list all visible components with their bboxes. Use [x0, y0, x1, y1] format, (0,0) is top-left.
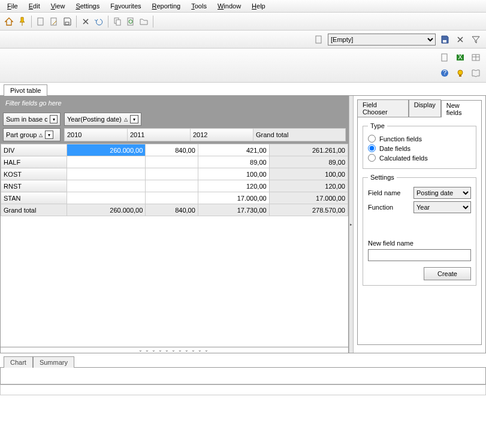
svg-rect-4	[116, 20, 120, 25]
side-panel: Field Chooser Display New fields Type Fu…	[354, 96, 485, 353]
pin-icon[interactable]	[16, 15, 29, 28]
menu-edit[interactable]: Edit	[24, 1, 45, 11]
menubar: File Edit View Settings Favourites Repor…	[0, 0, 486, 13]
col-header[interactable]: 2012	[191, 129, 253, 141]
main-toolbar	[0, 13, 486, 31]
side-tabs: Field Chooser Display New fields	[357, 99, 482, 117]
tab-chart[interactable]: Chart	[4, 356, 33, 368]
help-icon[interactable]: ?	[438, 66, 451, 80]
radio-function-fields[interactable]: Function fields	[368, 135, 471, 143]
table-row: HALF89,0089,00	[1, 156, 348, 168]
save-view-icon[interactable]	[438, 33, 451, 46]
edit-icon[interactable]	[47, 15, 61, 28]
pivot-col-headers: 2010 2011 2012 Grand total	[64, 128, 346, 141]
radio-calculated-fields[interactable]: Calculated fields	[368, 154, 471, 162]
refresh-icon[interactable]	[124, 15, 137, 28]
type-legend: Type	[368, 122, 387, 129]
dropdown-icon[interactable]	[130, 115, 138, 123]
filter-icon[interactable]	[469, 33, 482, 46]
new-field-name-input[interactable]	[368, 249, 471, 261]
svg-point-6	[129, 20, 132, 23]
col-header[interactable]: 2011	[128, 129, 191, 141]
settings-legend: Settings	[368, 174, 397, 181]
tip-icon[interactable]	[454, 66, 467, 80]
book-icon[interactable]	[469, 66, 482, 80]
aux-toolbar: X ?	[0, 49, 486, 83]
menu-favourites[interactable]: Favourites	[105, 1, 146, 11]
sort-asc-icon: △	[124, 117, 128, 122]
svg-text:X: X	[458, 53, 463, 60]
svg-rect-2	[65, 22, 69, 25]
status-bar	[0, 385, 486, 395]
svg-text:?: ?	[443, 69, 446, 76]
delete-icon[interactable]	[79, 15, 92, 28]
table-icon[interactable]	[469, 51, 482, 64]
col-header[interactable]: 2010	[65, 129, 128, 141]
menu-tools[interactable]: Tools	[186, 1, 212, 11]
tab-new-fields[interactable]: New fields	[441, 100, 482, 117]
menu-settings[interactable]: Settings	[71, 1, 104, 11]
function-select[interactable]: Year	[413, 201, 471, 213]
table-row: STAN17.000,0017.000,00	[1, 192, 348, 204]
create-button[interactable]: Create	[424, 267, 471, 280]
menu-view[interactable]: View	[46, 1, 70, 11]
doc-icon[interactable]	[312, 33, 325, 46]
collapse-handle[interactable]: ⌄⌄⌄⌄⌄⌄⌄⌄⌄⌄⌄	[1, 347, 348, 353]
svg-point-15	[458, 70, 463, 75]
field-name-label: Field name	[368, 189, 410, 196]
doc2-icon[interactable]	[438, 51, 451, 64]
data-field-button[interactable]: Sum in base cu	[3, 113, 61, 126]
home-icon[interactable]	[2, 15, 16, 28]
menu-file[interactable]: File	[2, 1, 23, 11]
table-row: DIV260.000,00840,00421,00261.261,00	[1, 144, 348, 156]
new-field-name-label: New field name	[368, 240, 471, 247]
copy-icon[interactable]	[111, 15, 124, 28]
pivot-grid[interactable]: DIV260.000,00840,00421,00261.261,00 HALF…	[1, 144, 348, 216]
new-icon[interactable]	[34, 15, 47, 28]
tab-pivot-table[interactable]: Pivot table	[4, 84, 47, 96]
settings-fieldset: Settings Field namePosting date Function…	[363, 174, 476, 286]
table-row: KOST100,00100,00	[1, 168, 348, 180]
dropdown-icon[interactable]	[50, 115, 58, 123]
pivot-field-headers: Sum in base cu Year(Posting date)△	[1, 110, 348, 128]
folder-icon[interactable]	[137, 15, 150, 28]
menu-window[interactable]: Window	[213, 1, 246, 11]
pivot-row-field-header: Part group△ 2010 2011 2012 Grand total	[1, 128, 348, 144]
main-tabstrip: Pivot table	[0, 84, 486, 96]
excel-icon[interactable]: X	[454, 51, 467, 64]
bottom-pane	[0, 368, 486, 385]
main-area: Filter fields go here Sum in base cu Yea…	[0, 96, 486, 353]
bottom-tabstrip: Chart Summary	[0, 356, 486, 368]
svg-rect-0	[38, 18, 43, 25]
undo-icon[interactable]	[92, 15, 105, 28]
tab-display[interactable]: Display	[409, 99, 441, 117]
col-header-grand-total[interactable]: Grand total	[253, 129, 346, 141]
svg-rect-7	[316, 36, 321, 43]
svg-rect-9	[442, 54, 447, 61]
menu-reporting[interactable]: Reporting	[147, 1, 186, 11]
column-field-button[interactable]: Year(Posting date)△	[64, 113, 141, 126]
view-selector-bar: [Empty]	[0, 31, 486, 49]
save-icon[interactable]	[61, 15, 74, 28]
svg-rect-16	[459, 75, 461, 77]
svg-rect-8	[443, 40, 446, 43]
view-dropdown[interactable]: [Empty]	[328, 34, 436, 46]
function-label: Function	[368, 204, 410, 211]
tab-field-chooser[interactable]: Field Chooser	[357, 99, 409, 117]
grand-total-row: Grand total260.000,00840,0017.730,00278.…	[1, 204, 348, 216]
pivot-area: Filter fields go here Sum in base cu Yea…	[1, 96, 349, 353]
menu-help[interactable]: Help	[247, 1, 270, 11]
side-body: Type Function fields Date fields Calcula…	[357, 117, 482, 345]
type-fieldset: Type Function fields Date fields Calcula…	[363, 122, 476, 169]
radio-date-fields[interactable]: Date fields	[368, 144, 471, 152]
filter-drop-area[interactable]: Filter fields go here	[1, 96, 348, 110]
field-name-select[interactable]: Posting date	[413, 187, 471, 199]
delete-view-icon[interactable]	[454, 33, 467, 46]
sort-asc-icon: △	[39, 132, 43, 138]
tab-summary[interactable]: Summary	[33, 356, 74, 368]
dropdown-icon[interactable]	[45, 131, 53, 139]
splitter[interactable]	[349, 96, 354, 353]
table-row: RNST120,00120,00	[1, 180, 348, 192]
row-field-button[interactable]: Part group△	[3, 128, 61, 141]
